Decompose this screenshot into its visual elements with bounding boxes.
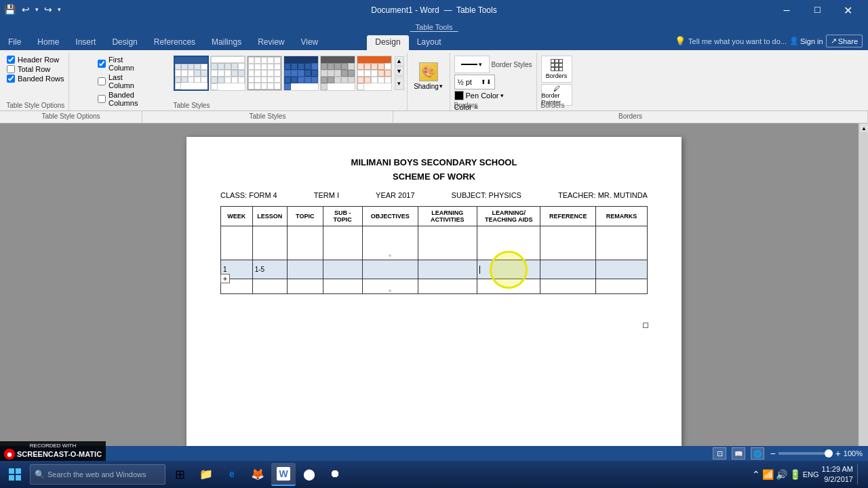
pen-color-dropdown[interactable]: ▾ [500,92,504,99]
undo-icon[interactable]: ↩ [19,3,33,16]
tab-file[interactable]: File [0,35,29,50]
scroll-up-btn[interactable]: ▲ [859,123,868,133]
tab-view[interactable]: View [292,35,326,50]
table-styles-label: Table Styles [174,102,210,109]
table-style-6[interactable] [357,56,392,91]
borders-group-label: Borders [454,102,478,109]
close-btn[interactable]: ✕ [833,0,863,20]
tell-me-input[interactable]: Tell me what you want to do... [688,37,787,45]
borders-button[interactable]: Borders [541,56,572,83]
table-style-options-group-label: Table Style Options [0,111,142,123]
tell-me-icon: 💡 [675,36,686,46]
svg-rect-3 [16,475,21,481]
scheme-title: SCHEME OF WORK [220,171,648,182]
border-width-input[interactable]: ½ pt ⬆⬇ [454,75,495,89]
tray-battery[interactable]: 🔋 [789,469,801,480]
shading-button[interactable]: 🎨 Shading ▾ [412,57,446,95]
add-table-icon[interactable]: + [220,274,230,283]
view-normal-btn[interactable]: ⊡ [713,447,726,460]
border-styles-button[interactable]: ▾ [454,56,490,73]
table-style-3[interactable] [247,56,282,91]
taskbar-search[interactable]: 🔍 Search the web and Windows [30,464,165,485]
tab-design-tt[interactable]: Design [367,35,408,50]
table-style-2[interactable] [210,56,245,91]
table-resize-handle[interactable] [643,323,648,328]
start-button[interactable] [3,462,27,487]
zoom-minus[interactable]: − [770,448,775,459]
clock[interactable]: 11:29 AM 9/2/2017 [822,464,853,485]
styles-scroll-down[interactable]: ▼ [395,66,404,76]
class-info: CLASS: FORM 4 [220,191,277,199]
status-bar: Page 1 of 1 ⊡ 📖 🌐 − + 100% [0,446,868,461]
taskbar-chrome[interactable]: ⬤ [297,463,321,486]
header-row-checkbox[interactable]: Header Row [7,56,64,64]
term-info: TERM I [314,191,339,199]
taskbar-edge[interactable]: e [220,463,244,486]
subject-info: SUBJECT: PHYSICS [452,191,521,199]
borders-group-label2: Borders [541,102,565,109]
tray-network[interactable]: 📶 [762,469,774,480]
pen-color-icon [454,91,464,100]
table-style-5[interactable] [320,56,355,91]
table-style-options-label: Table Style Options [6,102,64,109]
svg-rect-1 [16,468,21,474]
view-web-btn[interactable]: 🌐 [751,447,764,460]
last-column-checkbox[interactable]: Last Column [98,73,138,89]
tab-mailings[interactable]: Mailings [203,35,250,50]
zoom-plus[interactable]: + [835,448,841,459]
tab-insert[interactable]: Insert [67,35,104,50]
screencast-logo: RECORDED WITH ⏺ SCREENCAST-O-MATIC [0,441,106,461]
pen-color-label: Pen Color [466,92,499,100]
tab-references[interactable]: References [146,35,203,50]
svg-rect-0 [9,468,14,474]
zoom-slider[interactable] [778,452,833,455]
border-styles-label: Border Styles [492,61,532,68]
taskbar-record[interactable]: ⏺ [323,463,347,486]
redo-icon[interactable]: ↪ [41,3,55,16]
highlighted-cell[interactable] [477,260,540,279]
save-icon[interactable]: 💾 [3,3,16,16]
borders-bottom-label: Borders [393,111,868,123]
doc-meta: CLASS: FORM 4 TERM I YEAR 2017 SUBJECT: … [220,191,648,199]
taskbar-firefox[interactable]: 🦊 [245,463,270,486]
banded-columns-checkbox[interactable]: Banded Columns [98,91,138,107]
teacher-info: TEACHER: MR. MUTINDA [558,191,648,199]
tab-layout-tt[interactable]: Layout [409,35,450,50]
tray-language: ENG [803,470,819,479]
taskbar-word[interactable]: W [271,463,296,486]
styles-scroll-up[interactable]: ▲ [395,56,404,66]
minimize-btn[interactable]: – [772,0,802,20]
scheme-table: WEEK LESSON TOPIC SUB - TOPIC OBJECTIVES… [220,206,648,294]
window-title: Document1 - Word [371,5,439,15]
tray-chevron[interactable]: ⌃ [752,469,760,480]
tab-home[interactable]: Home [29,35,67,50]
first-column-checkbox[interactable]: First Column [98,56,138,72]
svg-rect-2 [9,475,14,481]
styles-dropdown[interactable]: ▾ [395,77,404,90]
undo-dropdown-icon[interactable]: ▾ [35,6,39,13]
tab-review[interactable]: Review [250,35,292,50]
zoom-level: 100% [844,449,863,458]
restore-btn[interactable]: ☐ [802,0,832,20]
tab-design-main[interactable]: Design [104,35,145,50]
page: + MILIMANI BOYS SECONDARY SCHOOL SCHEME … [186,137,682,449]
customize-qa-icon[interactable]: ▾ [58,6,61,13]
share-button[interactable]: ↗Share [826,35,863,47]
total-row-checkbox[interactable]: Total Row [7,65,64,73]
sign-in-button[interactable]: 👤Sign in [789,37,823,45]
table-style-1[interactable] [174,56,209,91]
table-style-4[interactable] [283,56,319,91]
task-view-btn[interactable]: ⊞ [168,463,191,486]
school-title: MILIMANI BOYS SECONDARY SCHOOL [220,157,648,167]
year-info: YEAR 2017 [376,191,414,199]
table-tools-title: Table Tools [456,5,497,15]
table-tools-label: Table Tools [410,23,458,32]
table-styles-group-label: Table Styles [142,111,393,123]
banded-rows-checkbox[interactable]: Banded Rows [7,75,64,83]
taskbar-explorer[interactable]: 📁 [194,463,218,486]
view-read-btn[interactable]: 📖 [732,447,745,460]
tray-volume[interactable]: 🔊 [776,469,787,480]
show-desktop-btn[interactable] [857,464,860,485]
